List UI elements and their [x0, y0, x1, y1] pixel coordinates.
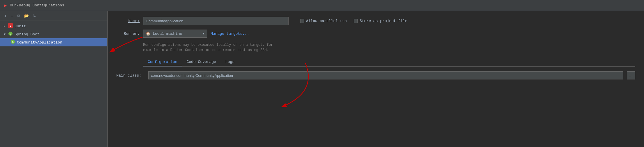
junit-icon: J	[8, 23, 13, 29]
svg-text:J: J	[10, 24, 11, 28]
name-label: Name:	[116, 19, 140, 23]
main-class-row: Main class: ...	[116, 71, 635, 79]
copy-config-button[interactable]: ⧉	[16, 13, 21, 18]
name-input[interactable]	[143, 17, 289, 25]
hint-text: Run configurations may be executed local…	[143, 42, 635, 53]
spring-boot-icon: S	[8, 31, 13, 37]
name-row: Name: Allow parallel run Store as projec…	[116, 17, 635, 25]
run-on-value: Local machine	[153, 32, 182, 36]
junit-arrow-icon: ▶	[3, 24, 6, 28]
folder-config-button[interactable]: 📂	[23, 13, 30, 18]
sidebar-item-spring-boot[interactable]: ▼ S Spring Boot	[0, 30, 107, 38]
spring-boot-label: Spring Boot	[15, 32, 40, 37]
store-as-project-file-label: Store as project file	[360, 19, 407, 23]
hint-line-2: example in a Docker Container or on a re…	[143, 48, 635, 53]
svg-text:S: S	[12, 41, 14, 44]
main-class-label: Main class:	[116, 73, 141, 78]
tab-code-coverage[interactable]: Code Coverage	[182, 58, 220, 66]
run-debug-icon: ▶	[4, 3, 7, 8]
community-app-label: CommunityApplication	[17, 40, 62, 45]
sidebar-toolbar: + − ⧉ 📂 ⇅	[0, 11, 107, 21]
sidebar-item-junit[interactable]: ▶ J JUnit	[0, 22, 107, 30]
svg-text:S: S	[10, 33, 11, 36]
manage-targets-link[interactable]: Manage targets...	[211, 32, 249, 36]
sidebar-item-community-application[interactable]: S CommunityApplication	[0, 38, 107, 46]
content-area: Name: Allow parallel run Store as projec…	[108, 11, 644, 85]
store-as-project-file-checkbox[interactable]: Store as project file	[354, 19, 407, 23]
allow-parallel-run-checkbox[interactable]: Allow parallel run	[300, 19, 347, 23]
community-app-icon: S	[10, 39, 15, 45]
tabs-bar: Configuration Code Coverage Logs	[143, 58, 635, 67]
tab-logs[interactable]: Logs	[221, 58, 239, 66]
main-layout: + − ⧉ 📂 ⇅ ▶ J JUnit	[0, 11, 644, 147]
allow-parallel-run-label: Allow parallel run	[306, 19, 347, 23]
ellipsis-button[interactable]: ...	[627, 71, 635, 79]
dropdown-arrow-icon: ▼	[203, 32, 204, 35]
sidebar: + − ⧉ 📂 ⇅ ▶ J JUnit	[0, 11, 108, 147]
run-on-row: Run on: 🏠 Local machine ▼ Manage targets…	[116, 30, 635, 38]
remove-config-button[interactable]: −	[10, 13, 15, 19]
store-as-project-file-box	[354, 19, 358, 23]
allow-parallel-run-box	[300, 19, 304, 23]
sidebar-tree: ▶ J JUnit ▼ S	[0, 21, 107, 147]
tab-configuration[interactable]: Configuration	[143, 58, 182, 66]
title-bar: ▶ Run/Debug Configurations	[0, 0, 644, 11]
app-container: ▶ Run/Debug Configurations + − ⧉ 📂 ⇅ ▶	[0, 0, 644, 147]
house-icon: 🏠	[146, 31, 150, 36]
hint-line-1: Run configurations may be executed local…	[143, 42, 635, 48]
title-bar-text: Run/Debug Configurations	[10, 3, 64, 8]
run-on-label: Run on:	[116, 32, 140, 36]
run-on-dropdown[interactable]: 🏠 Local machine ▼	[143, 30, 207, 38]
add-config-button[interactable]: +	[3, 13, 8, 19]
sort-config-button[interactable]: ⇅	[32, 14, 37, 18]
main-class-input[interactable]	[148, 71, 623, 79]
spring-boot-arrow-icon: ▼	[3, 33, 6, 36]
junit-label: JUnit	[15, 24, 26, 28]
